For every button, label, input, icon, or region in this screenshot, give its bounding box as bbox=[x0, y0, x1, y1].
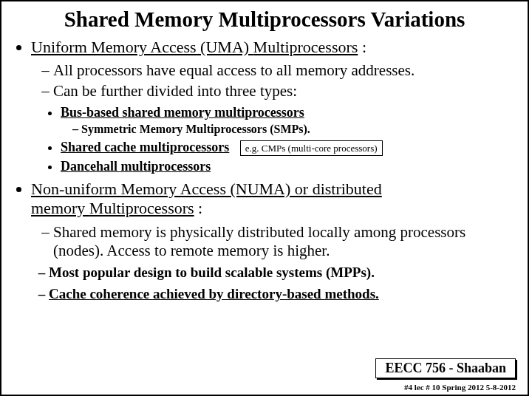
uma-types: Bus-based shared memory multiprocessors … bbox=[31, 105, 519, 175]
bus-smp: Symmetric Memory Multiprocessors (SMPs). bbox=[81, 122, 519, 136]
uma-heading-suffix: : bbox=[358, 38, 366, 56]
cmp-note-box: e.g. CMPs (multi-core processors) bbox=[240, 140, 383, 157]
slide: Shared Memory Multiprocessors Variations… bbox=[0, 0, 529, 396]
numa-point-2: Most popular design to build scalable sy… bbox=[49, 265, 519, 282]
uma-point-2: Can be further divided into three types: bbox=[53, 82, 519, 100]
numa-point-3: Cache coherence achieved by directory-ba… bbox=[49, 286, 519, 303]
bullet-list: Uniform Memory Access (UMA) Multiprocess… bbox=[10, 38, 519, 303]
numa-heading-line2c: : bbox=[194, 199, 203, 217]
numa-heading-line2a: memory bbox=[31, 199, 89, 217]
numa-heading-line1: Non-uniform Memory Access (NUMA) or dist… bbox=[31, 180, 382, 198]
course-footer: EECC 756 - Shaaban bbox=[375, 358, 516, 378]
numa-points-b: Most popular design to build scalable sy… bbox=[31, 265, 519, 303]
numa-heading-line2b: Multiprocessors bbox=[89, 199, 194, 217]
uma-heading-word: Multiprocessors bbox=[253, 38, 358, 56]
type-shared-cache: Shared cache multiprocessors e.g. CMPs (… bbox=[61, 140, 519, 157]
bus-sub: Symmetric Memory Multiprocessors (SMPs). bbox=[61, 122, 519, 136]
uma-points: All processors have equal access to all … bbox=[31, 61, 519, 100]
uma-point-1: All processors have equal access to all … bbox=[53, 61, 519, 80]
uma-section: Uniform Memory Access (UMA) Multiprocess… bbox=[31, 38, 519, 175]
type-bus: Bus-based shared memory multiprocessors … bbox=[61, 105, 519, 137]
type-bus-label: Bus-based shared memory multiprocessors bbox=[61, 105, 304, 120]
type-dancehall: Dancehall multiprocessors bbox=[61, 159, 519, 175]
numa-section: Non-uniform Memory Access (NUMA) or dist… bbox=[31, 180, 519, 303]
numa-point-3-text: Cache coherence achieved by directory-ba… bbox=[49, 286, 379, 301]
numa-point-1: Shared memory is physically distributed … bbox=[53, 223, 519, 260]
meta-footer: #4 lec # 10 Spring 2012 5-8-2012 bbox=[404, 383, 516, 392]
type-dancehall-label: Dancehall multiprocessors bbox=[61, 159, 211, 174]
uma-heading-prefix: Uniform Memory Access (UMA) bbox=[31, 38, 253, 56]
type-shared-cache-label: Shared cache multiprocessors bbox=[61, 140, 229, 154]
slide-title: Shared Memory Multiprocessors Variations bbox=[10, 7, 519, 32]
numa-points-a: Shared memory is physically distributed … bbox=[31, 223, 519, 260]
